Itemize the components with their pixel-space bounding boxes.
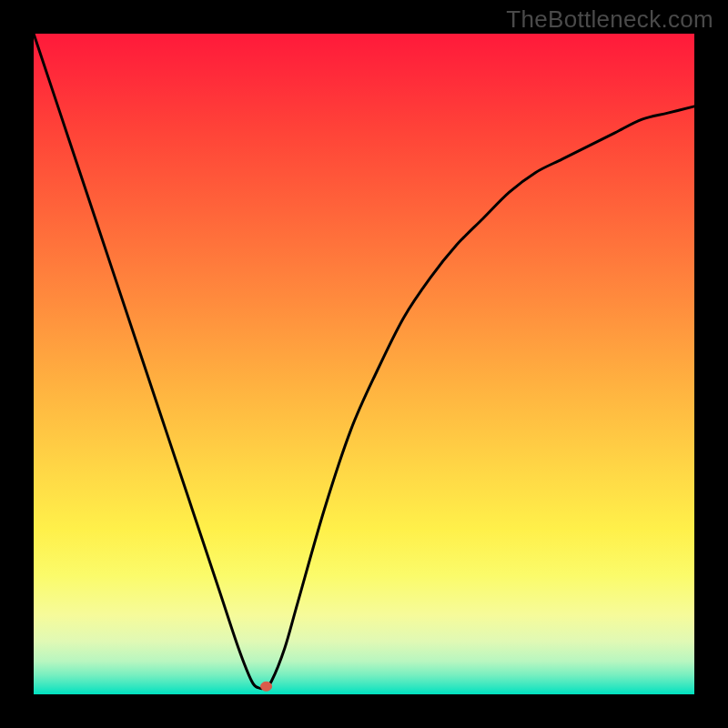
bottleneck-curve [34,34,694,689]
minimum-marker [261,682,272,691]
watermark-text: TheBottleneck.com [506,5,713,34]
chart-frame: TheBottleneck.com [0,0,728,728]
curve-svg [34,34,694,694]
plot-area [34,34,694,694]
